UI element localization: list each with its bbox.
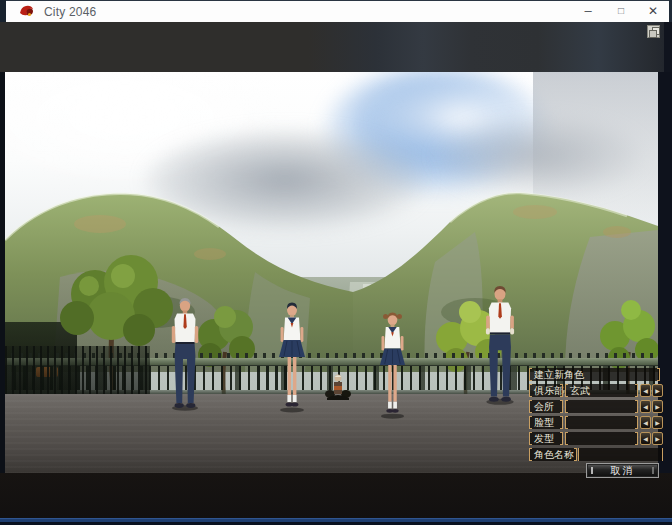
club-value-field: 玄武: [565, 384, 638, 397]
face-value-field: [565, 416, 638, 429]
maximize-button[interactable]: □: [608, 0, 634, 21]
character-girl-brown-hair[interactable]: [374, 310, 411, 420]
clubhouse-prev-button[interactable]: ◀: [640, 400, 651, 413]
dialog-title: 建立新角色: [529, 368, 584, 381]
character-male-brown-hair[interactable]: [479, 284, 521, 406]
top-band: [0, 22, 672, 73]
character-name-input[interactable]: [578, 448, 663, 461]
minimize-button[interactable]: –: [575, 0, 601, 21]
close-button[interactable]: ✕: [640, 0, 666, 21]
cancel-button[interactable]: 取消: [586, 463, 659, 478]
name-label-field: 角色名称: [529, 448, 577, 461]
center-statue: [325, 370, 351, 400]
club-label-field: 俱乐部: [529, 384, 563, 397]
window-title: City 2046: [44, 5, 97, 19]
dialog-title-field: 建立新角色: [529, 368, 660, 381]
character-male-gray-hair[interactable]: [166, 296, 204, 412]
create-character-dialog: 建立新角色 俱乐部 玄武 ◀ ▶ 会所 ◀ ▶ 脸型 ◀ ▶ 发型 ◀ ▶ 角色…: [528, 367, 666, 479]
clubhouse-next-button[interactable]: ▶: [652, 400, 663, 413]
iron-fence-left: [5, 346, 150, 396]
club-prev-button[interactable]: ◀: [640, 384, 651, 397]
hair-prev-button[interactable]: ◀: [640, 432, 651, 445]
bottom-letterbox: [0, 473, 672, 518]
face-next-button[interactable]: ▶: [652, 416, 663, 429]
clubhouse-value-field: [565, 400, 638, 413]
hair-value-field: [565, 432, 638, 445]
hair-next-button[interactable]: ▶: [652, 432, 663, 445]
face-label-field: 脸型: [529, 416, 563, 429]
window-frame-right-band: [664, 22, 672, 72]
hair-label-field: 发型: [529, 432, 563, 445]
titlebar: City 2046: [6, 1, 669, 22]
app-icon: [19, 4, 35, 19]
character-girl-dark-hair[interactable]: [273, 299, 311, 415]
face-prev-button[interactable]: ◀: [640, 416, 651, 429]
clubhouse-label-field: 会所: [529, 400, 563, 413]
club-next-button[interactable]: ▶: [652, 384, 663, 397]
cascade-windows-icon[interactable]: [647, 25, 660, 38]
